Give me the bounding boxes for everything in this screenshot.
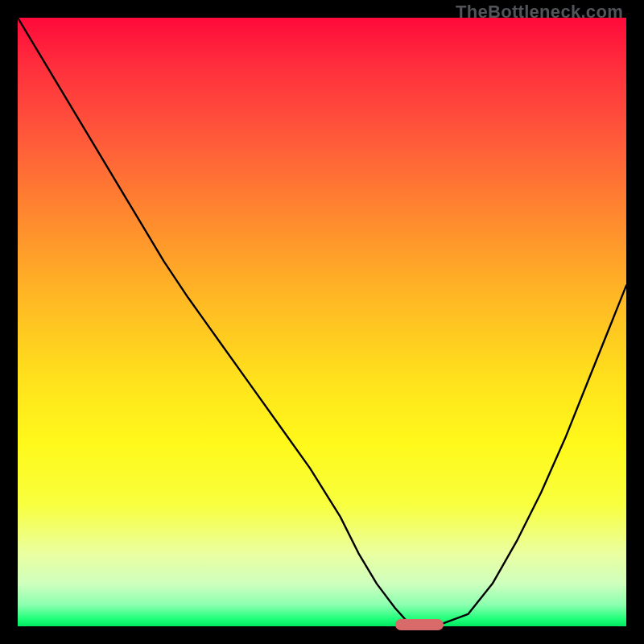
curve-path xyxy=(18,18,626,623)
optimal-range-marker xyxy=(395,619,444,630)
bottleneck-curve xyxy=(18,18,626,626)
chart-frame: TheBottleneck.com xyxy=(0,0,644,644)
